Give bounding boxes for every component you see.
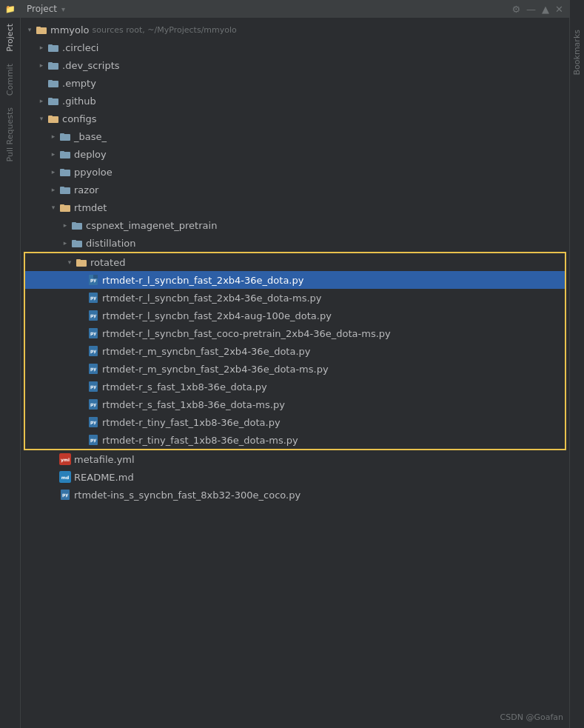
tree-item-f6[interactable]: py rtmdet-r_m_syncbn_fast_2xb4-36e_dota-… xyxy=(25,360,565,378)
tree-item-f8[interactable]: py rtmdet-r_s_fast_1xb8-36e_dota-ms.py xyxy=(25,395,565,413)
tree-item-empty[interactable]: .empty xyxy=(21,74,569,92)
project-icon: 📁 xyxy=(5,4,16,14)
svg-rect-18 xyxy=(60,187,70,194)
label-f7: rtmdet-r_s_fast_1xb8-36e_dota.py xyxy=(102,381,267,393)
sidebar-sections: Project Commit Pull Requests xyxy=(0,18,20,167)
tree-item-distillation[interactable]: distillation xyxy=(21,234,569,252)
folder-icon-dev-scripts xyxy=(47,59,59,71)
pyfile-icon-f8: py xyxy=(87,398,99,410)
close-panel-icon[interactable]: ✕ xyxy=(555,4,563,15)
header-bar: Project ▾ ⚙ — ▲ ✕ xyxy=(21,0,569,18)
svg-text:py: py xyxy=(90,313,96,318)
tree-item-rotated[interactable]: rotated xyxy=(25,253,565,271)
label-rtmdet-ins: rtmdet-ins_s_syncbn_fast_8xb32-300e_coco… xyxy=(74,490,301,501)
chevron-mmyolo xyxy=(24,24,36,36)
svg-text:py: py xyxy=(90,419,96,425)
tree-item-metafile[interactable]: yml metafile.yml xyxy=(21,450,569,468)
label-f6: rtmdet-r_m_syncbn_fast_2xb4-36e_dota-ms.… xyxy=(102,364,329,375)
label-deploy: deploy xyxy=(74,149,107,160)
svg-marker-31 xyxy=(93,275,98,278)
svg-rect-2 xyxy=(48,45,58,52)
watermark: CSDN @Goafan xyxy=(500,712,563,722)
svg-rect-27 xyxy=(76,259,81,261)
pyfile-icon-f5: py xyxy=(87,345,99,357)
svg-rect-13 xyxy=(60,133,64,135)
svg-rect-25 xyxy=(72,240,76,241)
label-f8: rtmdet-r_s_fast_1xb8-36e_dota-ms.py xyxy=(102,399,285,410)
label-readme: README.md xyxy=(74,472,134,483)
expand-icon[interactable]: ▲ xyxy=(542,4,549,15)
file-tree: mmyolo sources root, ~/MyProjects/mmyolo… xyxy=(21,18,569,728)
tree-item-circleci[interactable]: .circleci xyxy=(21,39,569,56)
folder-icon-mmyolo xyxy=(36,24,47,36)
header-left: Project ▾ xyxy=(27,4,65,14)
tree-item-f4[interactable]: py rtmdet-r_l_syncbn_fast_coco-pretrain_… xyxy=(25,324,565,342)
svg-rect-6 xyxy=(48,81,58,87)
tree-item-rtmdet-ins[interactable]: py rtmdet-ins_s_syncbn_fast_8xb32-300e_c… xyxy=(21,486,569,504)
tree-item-readme[interactable]: md README.md xyxy=(21,468,569,486)
tree-item-f5[interactable]: py rtmdet-r_m_syncbn_fast_2xb4-36e_dota.… xyxy=(25,342,565,360)
chevron-rotated xyxy=(64,256,75,268)
svg-rect-8 xyxy=(48,98,58,105)
chevron-rtmdet xyxy=(47,201,59,213)
tree-item-f3[interactable]: py rtmdet-r_l_syncbn_fast_2xb4-aug-100e_… xyxy=(25,307,565,324)
label-metafile: metafile.yml xyxy=(74,454,135,465)
tree-item-base[interactable]: _base_ xyxy=(21,127,569,145)
tree-item-ppyoloe[interactable]: ppyoloe xyxy=(21,163,569,181)
tree-item-razor[interactable]: razor xyxy=(21,181,569,198)
svg-text:py: py xyxy=(90,437,96,443)
tree-item-cspnext[interactable]: cspnext_imagenet_pretrain xyxy=(21,216,569,234)
header-dropdown-icon[interactable]: ▾ xyxy=(61,5,65,13)
header-title: Project xyxy=(27,4,57,14)
tree-root-mmyolo[interactable]: mmyolo sources root, ~/MyProjects/mmyolo xyxy=(21,21,569,39)
label-cspnext: cspnext_imagenet_pretrain xyxy=(86,220,217,231)
pyfile-icon-f10: py xyxy=(87,434,99,446)
tree-item-f1[interactable]: py rtmdet-r_l_syncbn_fast_2xb4-36e_dota.… xyxy=(25,271,565,289)
svg-rect-1 xyxy=(36,27,41,28)
tree-item-github[interactable]: .github xyxy=(21,92,569,110)
folder-icon-distillation xyxy=(71,237,83,249)
main-content: Project ▾ ⚙ — ▲ ✕ mmyolo sources root, ~… xyxy=(21,0,569,728)
settings-icon[interactable]: ⚙ xyxy=(511,4,520,15)
tree-item-rtmdet[interactable]: rtmdet xyxy=(21,198,569,216)
label-f2: rtmdet-r_l_syncbn_fast_2xb4-36e_dota-ms.… xyxy=(102,293,322,304)
label-f5: rtmdet-r_m_syncbn_fast_2xb4-36e_dota.py xyxy=(102,346,310,357)
folder-icon-configs xyxy=(47,113,59,124)
tree-item-f10[interactable]: py rtmdet-r_tiny_fast_1xb8-36e_dota-ms.p… xyxy=(25,431,565,449)
chevron-configs xyxy=(36,113,47,124)
label-razor: razor xyxy=(74,184,98,196)
sidebar-item-project[interactable]: Project xyxy=(2,18,18,58)
tree-item-f9[interactable]: py rtmdet-r_tiny_fast_1xb8-36e_dota.py xyxy=(25,413,565,431)
pyfile-icon-rtmdet-ins: py xyxy=(59,489,71,501)
bookmarks-label[interactable]: Bookmarks xyxy=(572,30,582,75)
tree-item-f7[interactable]: py rtmdet-r_s_fast_1xb8-36e_dota.py xyxy=(25,378,565,395)
label-f9: rtmdet-r_tiny_fast_1xb8-36e_dota.py xyxy=(102,417,281,428)
svg-text:py: py xyxy=(90,366,96,372)
tree-item-dev-scripts[interactable]: .dev_scripts xyxy=(21,56,569,74)
header-right: ⚙ — ▲ ✕ xyxy=(511,4,563,15)
folder-icon-rotated xyxy=(75,256,87,268)
svg-rect-9 xyxy=(48,98,53,99)
sidebar-item-commit[interactable]: Commit xyxy=(2,58,18,101)
minimize-icon[interactable]: — xyxy=(526,4,536,15)
chevron-distillation xyxy=(59,237,71,249)
svg-text:py: py xyxy=(90,295,96,301)
sidebar-item-pull-requests[interactable]: Pull Requests xyxy=(2,101,18,167)
md-icon: md xyxy=(59,471,71,483)
folder-icon-razor xyxy=(59,184,71,196)
pyfile-icon-f6: py xyxy=(87,363,99,375)
svg-rect-16 xyxy=(60,170,70,176)
chevron-dev-scripts xyxy=(36,59,47,71)
svg-rect-15 xyxy=(60,151,64,153)
svg-rect-11 xyxy=(48,116,53,117)
svg-rect-24 xyxy=(72,241,82,247)
tree-item-configs[interactable]: configs xyxy=(21,110,569,127)
label-base: _base_ xyxy=(74,131,107,142)
tree-item-f2[interactable]: py rtmdet-r_l_syncbn_fast_2xb4-36e_dota-… xyxy=(25,289,565,307)
folder-icon-empty xyxy=(47,77,59,89)
tree-item-deploy[interactable]: deploy xyxy=(21,145,569,163)
right-sidebar: Bookmarks xyxy=(569,0,584,728)
folder-icon-deploy xyxy=(59,148,71,160)
label-dev-scripts: .dev_scripts xyxy=(62,60,120,71)
svg-rect-14 xyxy=(60,152,70,158)
